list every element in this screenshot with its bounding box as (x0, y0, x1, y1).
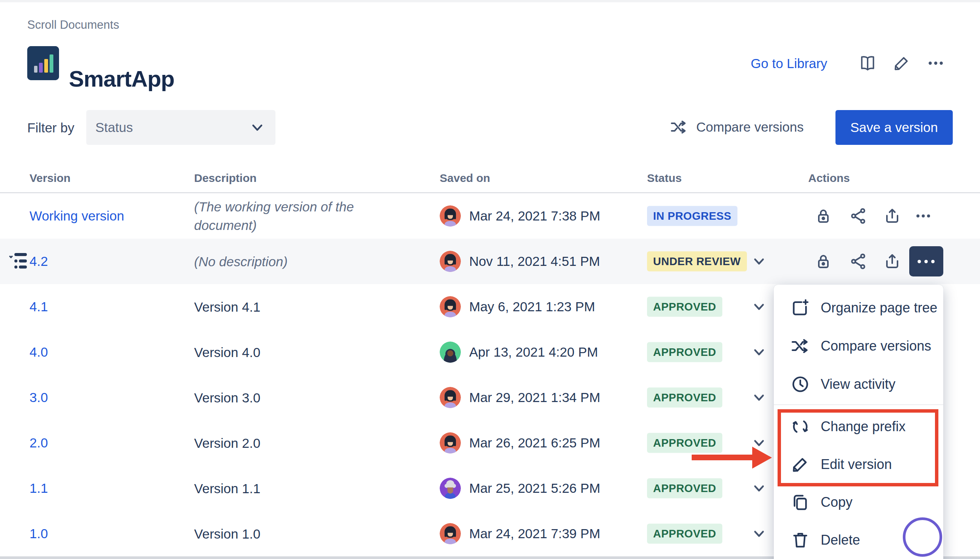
user-avatar (440, 432, 461, 453)
table-header: Version Description Saved on Status Acti… (0, 166, 980, 193)
user-avatar (440, 523, 461, 544)
row-more-icon[interactable] (914, 207, 932, 225)
status-badge: APPROVED (647, 388, 722, 408)
lock-icon[interactable] (814, 207, 833, 225)
annotation-arrow-head (752, 447, 772, 469)
edit-page-icon[interactable] (892, 54, 911, 73)
status-chevron-down-icon[interactable] (751, 390, 767, 405)
version-description: Version 4.1 (194, 298, 379, 316)
saved-on-cell: Mar 25, 2021 5:26 PM (440, 478, 600, 499)
row-more-active-button[interactable] (909, 246, 943, 276)
saved-date: Mar 24, 2021 7:39 PM (469, 526, 600, 541)
status-filter-select[interactable]: Status (86, 110, 275, 145)
clock-icon (790, 374, 810, 394)
saved-date: Mar 29, 2021 1:34 PM (469, 390, 600, 405)
shuffle-icon (790, 336, 810, 356)
menu-item-copy[interactable]: Copy (774, 488, 943, 517)
table-row[interactable]: Working version (The working version of … (0, 193, 980, 239)
share-icon[interactable] (849, 207, 867, 225)
version-link[interactable]: 4.1 (30, 299, 48, 314)
status-chevron-down-icon[interactable] (751, 344, 767, 360)
annotation-circle (903, 518, 942, 557)
status-chevron-down-icon[interactable] (751, 299, 767, 315)
annotation-arrow (692, 455, 755, 460)
saved-date: Mar 25, 2021 5:26 PM (469, 481, 600, 496)
version-link[interactable]: 2.0 (30, 435, 48, 450)
lock-icon[interactable] (814, 252, 833, 270)
status-filter-value: Status (95, 120, 133, 135)
trash-icon (790, 530, 810, 550)
status-badge: APPROVED (647, 433, 722, 453)
export-icon[interactable] (883, 252, 901, 270)
column-description: Description (194, 172, 257, 185)
scroll-documents-page: Scroll Documents SmartApp Go to Library … (0, 0, 980, 559)
version-link[interactable]: 1.1 (30, 481, 48, 496)
menu-item-label: Organize page tree (821, 300, 937, 316)
status-badge: APPROVED (647, 297, 722, 317)
row-actions (0, 239, 980, 284)
version-link[interactable]: 4.0 (30, 344, 48, 360)
version-description: Version 1.1 (194, 479, 379, 498)
share-icon[interactable] (849, 252, 867, 270)
status-chevron-down-icon[interactable] (751, 526, 767, 542)
save-a-version-button[interactable]: Save a version (836, 110, 953, 145)
column-version: Version (30, 172, 70, 185)
app-logo-icon (27, 46, 59, 80)
chevron-down-icon (249, 119, 266, 136)
go-to-library-link[interactable]: Go to Library (751, 56, 827, 71)
saved-on-cell: Mar 29, 2021 1:34 PM (440, 387, 600, 408)
menu-item-label: View activity (821, 376, 895, 392)
table-row[interactable]: 4.2 (No description) Nov 11, 2021 4:51 P… (0, 239, 980, 284)
library-book-icon[interactable] (858, 54, 877, 73)
version-description: Version 1.0 (194, 524, 379, 543)
version-description: Version 4.0 (194, 343, 379, 362)
status-badge: APPROVED (647, 342, 722, 362)
version-link[interactable]: 3.0 (30, 390, 48, 405)
saved-date: Mar 26, 2021 6:25 PM (469, 435, 600, 450)
menu-item-compare-versions[interactable]: Compare versions (774, 332, 943, 361)
saved-date: May 6, 2021 1:23 PM (469, 299, 595, 314)
user-avatar (440, 387, 461, 408)
menu-divider (774, 404, 943, 405)
status-badge: APPROVED (647, 524, 722, 544)
export-icon[interactable] (883, 207, 901, 225)
user-avatar (440, 296, 461, 318)
status-badge: APPROVED (647, 478, 722, 498)
version-description: Version 3.0 (194, 389, 379, 407)
saved-on-cell: Mar 26, 2021 6:25 PM (440, 432, 600, 453)
column-actions: Actions (808, 172, 850, 185)
annotation-highlight-box (778, 409, 939, 486)
status-chevron-down-icon[interactable] (751, 480, 767, 496)
column-saved-on: Saved on (440, 172, 490, 185)
menu-item-label: Delete (821, 532, 860, 548)
page-add-icon (790, 298, 810, 318)
user-avatar (440, 478, 461, 499)
saved-on-cell: Apr 13, 2021 4:20 PM (440, 342, 598, 363)
compare-versions-label: Compare versions (696, 119, 804, 135)
top-edge (0, 0, 980, 2)
compare-versions-button[interactable]: Compare versions (670, 118, 804, 136)
column-status: Status (647, 172, 682, 185)
breadcrumb: Scroll Documents (27, 18, 119, 32)
version-description: Version 2.0 (194, 434, 379, 452)
copy-icon (790, 493, 810, 512)
user-avatar (440, 342, 461, 363)
saved-on-cell: Mar 24, 2021 7:39 PM (440, 523, 600, 544)
saved-on-cell: May 6, 2021 1:23 PM (440, 296, 595, 318)
more-actions-icon[interactable] (926, 54, 945, 73)
menu-item-label: Copy (821, 495, 853, 510)
menu-item-label: Compare versions (821, 338, 931, 354)
version-link[interactable]: 1.0 (30, 526, 48, 541)
menu-item-organize-page-tree[interactable]: Organize page tree (774, 293, 943, 322)
row-actions (0, 193, 980, 239)
saved-date: Apr 13, 2021 4:20 PM (469, 344, 598, 360)
shuffle-icon (670, 118, 688, 136)
filter-by-label: Filter by (27, 120, 74, 136)
menu-item-view-activity[interactable]: View activity (774, 370, 943, 399)
page-title: SmartApp (69, 66, 174, 92)
